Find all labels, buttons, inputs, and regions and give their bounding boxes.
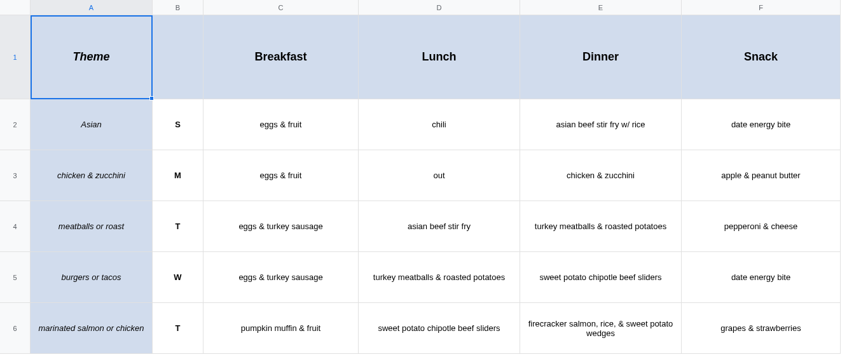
- cell-d2[interactable]: chili: [359, 99, 520, 150]
- cell-c1[interactable]: Breakfast: [203, 15, 359, 99]
- col-header-c[interactable]: C: [203, 0, 359, 15]
- cell-d4[interactable]: asian beef stir fry: [359, 201, 520, 252]
- cell-b2[interactable]: S: [153, 99, 203, 150]
- col-header-b[interactable]: B: [153, 0, 203, 15]
- cell-e5[interactable]: sweet potato chipotle beef sliders: [520, 252, 682, 303]
- cell-e6[interactable]: firecracker salmon, rice, & sweet potato…: [520, 303, 682, 354]
- cell-a3[interactable]: chicken & zucchini: [31, 150, 153, 201]
- row-header-1[interactable]: 1: [0, 15, 31, 99]
- cell-d5[interactable]: turkey meatballs & roasted potatoes: [359, 252, 520, 303]
- cell-f1[interactable]: Snack: [682, 15, 841, 99]
- cell-b5[interactable]: W: [153, 252, 203, 303]
- row-header-3[interactable]: 3: [0, 150, 31, 201]
- cell-f5[interactable]: date energy bite: [682, 252, 841, 303]
- cell-b1[interactable]: [153, 15, 203, 99]
- cell-a6[interactable]: marinated salmon or chicken: [31, 303, 153, 354]
- row-header-5[interactable]: 5: [0, 252, 31, 303]
- col-header-e[interactable]: E: [520, 0, 682, 15]
- spreadsheet-grid[interactable]: A B C D E F 1 Theme Breakfast Lunch Dinn…: [0, 0, 868, 354]
- cell-c6[interactable]: pumpkin muffin & fruit: [203, 303, 359, 354]
- cell-e1[interactable]: Dinner: [520, 15, 682, 99]
- cell-d1[interactable]: Lunch: [359, 15, 520, 99]
- cell-a4[interactable]: meatballs or roast: [31, 201, 153, 252]
- cell-b4[interactable]: T: [153, 201, 203, 252]
- cell-c3[interactable]: eggs & fruit: [203, 150, 359, 201]
- cell-f6[interactable]: grapes & strawberries: [682, 303, 841, 354]
- cell-f2[interactable]: date energy bite: [682, 99, 841, 150]
- cell-d3[interactable]: out: [359, 150, 520, 201]
- cell-a2[interactable]: Asian: [31, 99, 153, 150]
- cell-c4[interactable]: eggs & turkey sausage: [203, 201, 359, 252]
- col-header-a[interactable]: A: [31, 0, 153, 15]
- row-header-6[interactable]: 6: [0, 303, 31, 354]
- cell-b3[interactable]: M: [153, 150, 203, 201]
- cell-f3[interactable]: apple & peanut butter: [682, 150, 841, 201]
- cell-f4[interactable]: pepperoni & cheese: [682, 201, 841, 252]
- cell-a5[interactable]: burgers or tacos: [31, 252, 153, 303]
- cell-a1[interactable]: Theme: [31, 15, 153, 99]
- cell-b6[interactable]: T: [153, 303, 203, 354]
- col-header-d[interactable]: D: [359, 0, 520, 15]
- select-all-corner[interactable]: [0, 0, 31, 15]
- cell-e4[interactable]: turkey meatballs & roasted potatoes: [520, 201, 682, 252]
- cell-c5[interactable]: eggs & turkey sausage: [203, 252, 359, 303]
- cell-d6[interactable]: sweet potato chipotle beef sliders: [359, 303, 520, 354]
- row-header-4[interactable]: 4: [0, 201, 31, 252]
- col-header-f[interactable]: F: [682, 0, 841, 15]
- cell-e3[interactable]: chicken & zucchini: [520, 150, 682, 201]
- cell-e2[interactable]: asian beef stir fry w/ rice: [520, 99, 682, 150]
- row-header-2[interactable]: 2: [0, 99, 31, 150]
- cell-c2[interactable]: eggs & fruit: [203, 99, 359, 150]
